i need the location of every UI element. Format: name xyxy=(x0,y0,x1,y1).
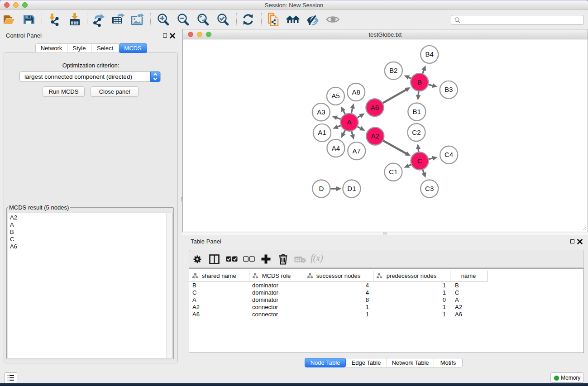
svg-text:A2: A2 xyxy=(371,132,379,140)
svg-text:C: C xyxy=(417,157,422,165)
svg-text:A8: A8 xyxy=(352,88,360,96)
svg-text:B4: B4 xyxy=(425,50,434,58)
svg-text:D: D xyxy=(319,185,324,192)
svg-text:A3: A3 xyxy=(317,108,325,116)
svg-text:D1: D1 xyxy=(347,185,356,192)
svg-text:B: B xyxy=(417,78,422,86)
svg-text:B1: B1 xyxy=(413,108,421,115)
svg-text:B2: B2 xyxy=(389,67,397,74)
svg-text:A4: A4 xyxy=(332,144,340,152)
svg-text:A6: A6 xyxy=(371,104,379,111)
svg-text:A1: A1 xyxy=(318,129,326,136)
svg-text:B3: B3 xyxy=(445,86,453,93)
svg-text:C1: C1 xyxy=(389,168,397,176)
svg-text:A7: A7 xyxy=(353,147,361,155)
svg-text:C2: C2 xyxy=(412,129,421,136)
svg-text:C3: C3 xyxy=(425,185,434,192)
svg-text:A: A xyxy=(347,118,352,126)
svg-text:C4: C4 xyxy=(445,151,453,158)
svg-text:A5: A5 xyxy=(331,92,339,100)
